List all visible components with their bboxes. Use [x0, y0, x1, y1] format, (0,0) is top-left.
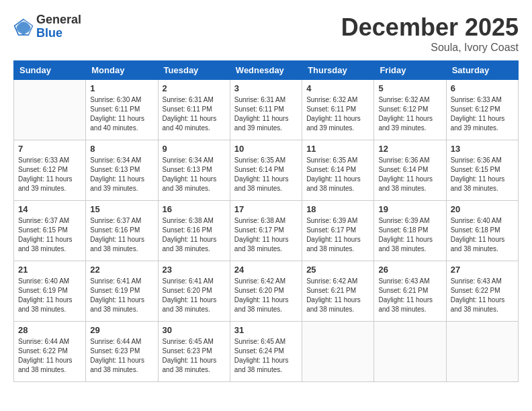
calendar-cell: 25Sunrise: 6:42 AMSunset: 6:21 PMDayligh… — [302, 261, 374, 322]
day-number: 5 — [378, 83, 441, 93]
calendar-cell: 7Sunrise: 6:33 AMSunset: 6:12 PMDaylight… — [14, 140, 86, 201]
day-number: 28 — [18, 325, 81, 335]
day-number: 4 — [306, 83, 369, 93]
calendar-cell: 30Sunrise: 6:45 AMSunset: 6:23 PMDayligh… — [158, 322, 230, 382]
calendar-cell — [374, 322, 446, 382]
cell-info: Sunrise: 6:44 AMSunset: 6:23 PMDaylight:… — [90, 337, 153, 375]
day-number: 9 — [163, 144, 226, 154]
day-number: 27 — [451, 265, 514, 275]
calendar-cell: 28Sunrise: 6:44 AMSunset: 6:22 PMDayligh… — [14, 322, 86, 382]
calendar-cell: 18Sunrise: 6:39 AMSunset: 6:17 PMDayligh… — [302, 201, 374, 261]
day-number: 14 — [18, 204, 81, 214]
calendar-cell: 1Sunrise: 6:30 AMSunset: 6:11 PMDaylight… — [86, 80, 158, 140]
calendar-week-4: 21Sunrise: 6:40 AMSunset: 6:19 PMDayligh… — [14, 261, 519, 322]
calendar-cell: 12Sunrise: 6:36 AMSunset: 6:14 PMDayligh… — [374, 140, 446, 201]
day-number: 15 — [90, 204, 153, 214]
day-number: 20 — [451, 204, 514, 214]
day-number: 8 — [90, 144, 153, 154]
cell-info: Sunrise: 6:45 AMSunset: 6:23 PMDaylight:… — [163, 337, 226, 375]
cell-info: Sunrise: 6:45 AMSunset: 6:24 PMDaylight:… — [234, 337, 298, 375]
day-number: 24 — [234, 265, 298, 275]
calendar-cell: 22Sunrise: 6:41 AMSunset: 6:19 PMDayligh… — [86, 261, 158, 322]
day-number: 3 — [234, 83, 298, 93]
calendar-week-5: 28Sunrise: 6:44 AMSunset: 6:22 PMDayligh… — [14, 322, 519, 382]
day-number: 1 — [90, 83, 153, 93]
day-number: 26 — [378, 265, 441, 275]
day-number: 10 — [234, 144, 298, 154]
logo: General Blue — [13, 13, 81, 40]
weekday-header-monday: Monday — [86, 61, 158, 80]
calendar-cell: 3Sunrise: 6:31 AMSunset: 6:11 PMDaylight… — [230, 80, 302, 140]
calendar-cell: 15Sunrise: 6:37 AMSunset: 6:16 PMDayligh… — [86, 201, 158, 261]
weekday-header-tuesday: Tuesday — [158, 61, 230, 80]
cell-info: Sunrise: 6:44 AMSunset: 6:22 PMDaylight:… — [18, 337, 81, 375]
cell-info: Sunrise: 6:39 AMSunset: 6:17 PMDaylight:… — [306, 216, 369, 254]
weekday-header-row: SundayMondayTuesdayWednesdayThursdayFrid… — [14, 61, 519, 80]
weekday-header-thursday: Thursday — [302, 61, 374, 80]
calendar-cell: 2Sunrise: 6:31 AMSunset: 6:11 PMDaylight… — [158, 80, 230, 140]
cell-info: Sunrise: 6:43 AMSunset: 6:21 PMDaylight:… — [378, 277, 441, 314]
calendar-cell: 23Sunrise: 6:41 AMSunset: 6:20 PMDayligh… — [158, 261, 230, 322]
day-number: 22 — [90, 265, 153, 275]
day-number: 21 — [18, 265, 81, 275]
calendar-week-2: 7Sunrise: 6:33 AMSunset: 6:12 PMDaylight… — [14, 140, 519, 201]
location: Soula, Ivory Coast — [341, 42, 519, 54]
cell-info: Sunrise: 6:33 AMSunset: 6:12 PMDaylight:… — [451, 95, 514, 133]
calendar-cell: 9Sunrise: 6:34 AMSunset: 6:13 PMDaylight… — [158, 140, 230, 201]
logo-text: General Blue — [36, 13, 81, 40]
calendar-cell: 10Sunrise: 6:35 AMSunset: 6:14 PMDayligh… — [230, 140, 302, 201]
day-number: 11 — [306, 144, 369, 154]
cell-info: Sunrise: 6:37 AMSunset: 6:15 PMDaylight:… — [18, 216, 81, 254]
day-number: 29 — [90, 325, 153, 335]
calendar-cell: 5Sunrise: 6:32 AMSunset: 6:12 PMDaylight… — [374, 80, 446, 140]
calendar-cell: 11Sunrise: 6:35 AMSunset: 6:14 PMDayligh… — [302, 140, 374, 201]
cell-info: Sunrise: 6:33 AMSunset: 6:12 PMDaylight:… — [18, 156, 81, 193]
day-number: 23 — [163, 265, 226, 275]
calendar-week-3: 14Sunrise: 6:37 AMSunset: 6:15 PMDayligh… — [14, 201, 519, 261]
calendar-cell: 19Sunrise: 6:39 AMSunset: 6:18 PMDayligh… — [374, 201, 446, 261]
cell-info: Sunrise: 6:38 AMSunset: 6:17 PMDaylight:… — [234, 216, 298, 254]
calendar-cell: 4Sunrise: 6:32 AMSunset: 6:11 PMDaylight… — [302, 80, 374, 140]
calendar-cell: 17Sunrise: 6:38 AMSunset: 6:17 PMDayligh… — [230, 201, 302, 261]
calendar-cell — [302, 322, 374, 382]
day-number: 25 — [306, 265, 369, 275]
calendar-cell — [446, 322, 518, 382]
cell-info: Sunrise: 6:41 AMSunset: 6:19 PMDaylight:… — [90, 277, 153, 314]
calendar-cell: 24Sunrise: 6:42 AMSunset: 6:20 PMDayligh… — [230, 261, 302, 322]
calendar-cell: 26Sunrise: 6:43 AMSunset: 6:21 PMDayligh… — [374, 261, 446, 322]
calendar-cell: 14Sunrise: 6:37 AMSunset: 6:15 PMDayligh… — [14, 201, 86, 261]
day-number: 7 — [18, 144, 81, 154]
cell-info: Sunrise: 6:36 AMSunset: 6:15 PMDaylight:… — [451, 156, 514, 193]
calendar-table: SundayMondayTuesdayWednesdayThursdayFrid… — [13, 60, 519, 382]
title-section: December 2025 Soula, Ivory Coast — [341, 13, 519, 54]
day-number: 12 — [378, 144, 441, 154]
cell-info: Sunrise: 6:35 AMSunset: 6:14 PMDaylight:… — [306, 156, 369, 193]
cell-info: Sunrise: 6:42 AMSunset: 6:21 PMDaylight:… — [306, 277, 369, 314]
cell-info: Sunrise: 6:40 AMSunset: 6:19 PMDaylight:… — [18, 277, 81, 314]
calendar-cell: 21Sunrise: 6:40 AMSunset: 6:19 PMDayligh… — [14, 261, 86, 322]
cell-info: Sunrise: 6:36 AMSunset: 6:14 PMDaylight:… — [378, 156, 441, 193]
weekday-header-wednesday: Wednesday — [230, 61, 302, 80]
cell-info: Sunrise: 6:32 AMSunset: 6:11 PMDaylight:… — [306, 95, 369, 133]
logo-icon — [13, 17, 34, 37]
cell-info: Sunrise: 6:31 AMSunset: 6:11 PMDaylight:… — [163, 95, 226, 133]
calendar-cell: 8Sunrise: 6:34 AMSunset: 6:13 PMDaylight… — [86, 140, 158, 201]
calendar-cell: 29Sunrise: 6:44 AMSunset: 6:23 PMDayligh… — [86, 322, 158, 382]
cell-info: Sunrise: 6:41 AMSunset: 6:20 PMDaylight:… — [163, 277, 226, 314]
cell-info: Sunrise: 6:31 AMSunset: 6:11 PMDaylight:… — [234, 95, 298, 133]
logo-general: General — [36, 13, 81, 27]
cell-info: Sunrise: 6:38 AMSunset: 6:16 PMDaylight:… — [163, 216, 226, 254]
calendar-cell — [14, 80, 86, 140]
day-number: 17 — [234, 204, 298, 214]
cell-info: Sunrise: 6:32 AMSunset: 6:12 PMDaylight:… — [378, 95, 441, 133]
page-header: General Blue December 2025 Soula, Ivory … — [13, 13, 519, 54]
cell-info: Sunrise: 6:43 AMSunset: 6:22 PMDaylight:… — [451, 277, 514, 314]
day-number: 31 — [234, 325, 298, 335]
day-number: 19 — [378, 204, 441, 214]
weekday-header-saturday: Saturday — [446, 61, 518, 80]
calendar-cell: 13Sunrise: 6:36 AMSunset: 6:15 PMDayligh… — [446, 140, 518, 201]
cell-info: Sunrise: 6:37 AMSunset: 6:16 PMDaylight:… — [90, 216, 153, 254]
cell-info: Sunrise: 6:34 AMSunset: 6:13 PMDaylight:… — [163, 156, 226, 193]
calendar-cell: 6Sunrise: 6:33 AMSunset: 6:12 PMDaylight… — [446, 80, 518, 140]
day-number: 6 — [451, 83, 514, 93]
